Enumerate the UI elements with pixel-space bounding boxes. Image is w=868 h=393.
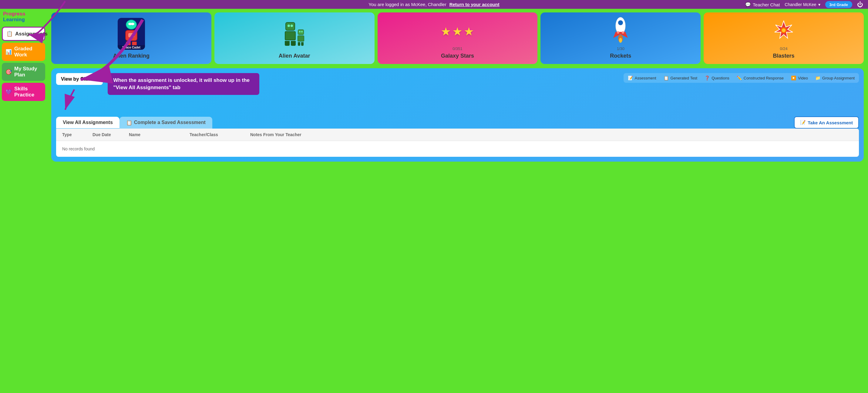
blaster-display [773,20,794,44]
tab-view-all[interactable]: View All Assignments [56,117,120,128]
legend-generated-test: 📋 Generated Test [663,75,698,80]
sidebar-item-skills[interactable]: 💜 Skills Practice [2,83,45,101]
svg-point-10 [782,29,785,32]
alien-rank-label: Alien Ranking [113,53,150,59]
rockets-label: Rockets [610,53,631,59]
annotation-arrow-sidebar [0,9,868,390]
galaxy-count: 0/351 [453,47,463,51]
small-robot [298,29,304,46]
rewards-row: Space Cadet [51,12,864,64]
rockets-count: 1/30 [617,47,624,51]
legend-video: ▶️ Video [791,75,808,80]
blasters-label: Blasters [773,53,795,59]
big-robot [285,22,296,46]
logged-in-text: You are logged in as McKee, Chandler [369,2,446,7]
reward-alien-rank[interactable]: Space Cadet [51,12,211,64]
constructed-icon: ✏️ [737,75,742,80]
take-assessment-button[interactable]: 📝 Take An Assessment [794,116,859,128]
galaxy-label: Galaxy Stars [441,53,474,59]
assessment-icon: 📝 [628,75,633,80]
questions-icon: ❓ [705,75,710,80]
svg-point-7 [619,38,622,43]
stars-display: ★ ★ ★ [441,25,474,38]
return-link[interactable]: Return to your account [450,2,499,7]
logo: Progress Learning [2,11,45,23]
legend-constructed: ✏️ Constructed Response [737,75,784,80]
saved-assessment-icon: 📋 [126,120,132,125]
tooltip-box: When the assignment is unlocked, it will… [108,73,259,95]
legend-assessment: 📝 Assessment [628,75,656,80]
tab-saved-assessment[interactable]: 📋 Complete a Saved Assessment [120,117,212,128]
study-icon: 🎯 [5,69,12,75]
sidebar-item-study[interactable]: 🎯 My Study Plan [2,63,45,81]
reward-blasters[interactable]: 0/24 Blasters [704,12,864,64]
panel-arrow [56,88,93,112]
svg-point-5 [622,31,624,34]
grade-badge: 3rd Grade [825,1,852,8]
assignments-icon: 📋 [6,31,13,37]
sidebar-item-assignments[interactable]: 📋 Assignments [2,27,45,41]
skills-icon: 💜 [5,89,12,95]
table-body: No records found [56,141,859,157]
graded-icon: 📊 [5,49,12,55]
rocket-display [612,17,630,47]
take-assessment-icon: 📝 [800,120,806,125]
svg-point-2 [618,20,623,25]
assignments-panel: View by Class ▾ When [51,68,864,162]
group-icon: 📁 [815,75,820,80]
chevron-down-icon: ▾ [96,76,98,82]
view-by-class-button[interactable]: View by Class ▾ [56,73,103,85]
reward-galaxy[interactable]: ★ ★ ★ 0/351 Galaxy Stars [378,12,538,64]
panel-top-row: View by Class ▾ When [56,73,859,112]
main-layout: Progress Learning 📋 Assignments 📊 Graded… [0,9,868,390]
legend-group: 📁 Group Assignment [815,75,855,80]
main-content: Space Cadet [47,9,868,390]
power-button[interactable]: ⏻ [857,1,863,8]
dropdown-icon: ▾ [818,2,820,7]
sidebar-item-graded[interactable]: 📊 Graded Work [2,43,45,61]
legend-area: 📝 Assessment 📋 Generated Test ❓ Question… [624,73,859,83]
user-name-area: Chandler McKee ▾ [784,2,820,7]
logo-progress: Progress [3,11,45,17]
legend-questions: ❓ Questions [705,75,730,80]
logo-learning: Learning [3,17,45,23]
sidebar: Progress Learning 📋 Assignments 📊 Graded… [0,9,47,390]
teacher-chat-button[interactable]: 💬 Teacher Chat [745,2,780,7]
assignments-table: Type Due Date Name Teacher/Class Notes F… [56,128,859,157]
svg-point-4 [617,31,619,34]
table-header: Type Due Date Name Teacher/Class Notes F… [56,128,859,141]
top-bar: You are logged in as McKee, Chandler Ret… [0,0,868,9]
generated-test-icon: 📋 [663,75,669,80]
reward-alien-avatar[interactable]: Alien Avatar [214,12,375,64]
no-records-message: No records found [62,147,95,151]
blasters-count: 0/24 [780,47,787,51]
video-icon: ▶️ [791,75,796,80]
chat-icon: 💬 [745,2,751,7]
tabs-row: View All Assignments 📋 Complete a Saved … [56,116,859,128]
alien-avatar-label: Alien Avatar [279,53,310,59]
reward-rockets[interactable]: 1/30 Rockets [540,12,701,64]
